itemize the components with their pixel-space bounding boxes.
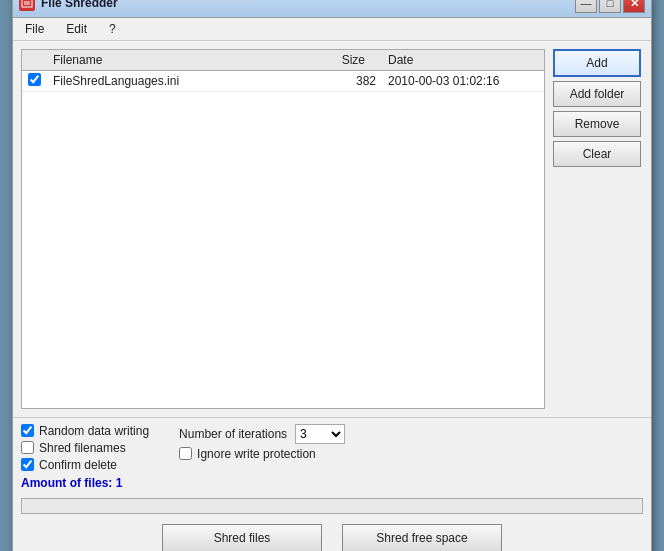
menu-file[interactable]: File <box>19 20 50 38</box>
progress-bar <box>21 498 643 514</box>
ignore-write-protection-row: Ignore write protection <box>179 447 643 461</box>
iterations-label: Number of iterations <box>179 427 287 441</box>
row-date: 2010-00-03 01:02:16 <box>382 70 544 91</box>
random-data-writing-checkbox[interactable] <box>21 424 34 437</box>
clear-button[interactable]: Clear <box>553 141 641 167</box>
amount-label-text: Amount of files: <box>21 476 112 490</box>
remove-button[interactable]: Remove <box>553 111 641 137</box>
shred-filenames-checkbox[interactable] <box>21 441 34 454</box>
shred-filenames-label: Shred filenames <box>39 441 126 455</box>
row-checkbox[interactable] <box>28 73 41 86</box>
title-bar: File Shredder — □ ✕ <box>13 0 651 18</box>
row-filename: FileShredLanguages.ini <box>47 70 336 91</box>
menu-bar: File Edit ? <box>13 18 651 41</box>
col-header-filename: Filename <box>47 50 336 71</box>
iterations-row: Number of iterations 123451025 <box>179 424 643 444</box>
confirm-delete-label: Confirm delete <box>39 458 117 472</box>
minimize-button[interactable]: — <box>575 0 597 13</box>
amount-value: 1 <box>116 476 123 490</box>
ignore-write-protection-checkbox[interactable] <box>179 447 192 460</box>
col-header-check <box>22 50 47 71</box>
random-data-writing-label: Random data writing <box>39 424 149 438</box>
confirm-delete-row: Confirm delete <box>21 458 149 472</box>
options-left: Random data writing Shred filenames Conf… <box>21 424 149 472</box>
options-right: Number of iterations 123451025 Ignore wr… <box>179 424 643 472</box>
add-button[interactable]: Add <box>553 49 641 77</box>
iterations-select[interactable]: 123451025 <box>295 424 345 444</box>
sidebar-buttons: Add Add folder Remove Clear <box>553 49 643 409</box>
ignore-write-protection-label: Ignore write protection <box>197 447 316 461</box>
close-button[interactable]: ✕ <box>623 0 645 13</box>
random-data-writing-row: Random data writing <box>21 424 149 438</box>
file-list-container: Filename Size Date FileShredLanguages.in… <box>21 49 545 409</box>
menu-help[interactable]: ? <box>103 20 122 38</box>
row-size: 382 <box>336 70 382 91</box>
options-area: Random data writing Shred filenames Conf… <box>13 417 651 476</box>
table-row: FileShredLanguages.ini 382 2010-00-03 01… <box>22 70 544 91</box>
app-icon <box>19 0 35 11</box>
bottom-buttons: Shred files Shred free space <box>13 518 651 552</box>
add-folder-button[interactable]: Add folder <box>553 81 641 107</box>
window-controls: — □ ✕ <box>575 0 645 13</box>
shred-files-button[interactable]: Shred files <box>162 524 322 552</box>
row-checkbox-cell <box>22 70 47 91</box>
amount-label: Amount of files: 1 <box>13 476 651 494</box>
shred-free-space-button[interactable]: Shred free space <box>342 524 502 552</box>
shred-filenames-row: Shred filenames <box>21 441 149 455</box>
menu-edit[interactable]: Edit <box>60 20 93 38</box>
content-area: Filename Size Date FileShredLanguages.in… <box>13 41 651 417</box>
main-window: File Shredder — □ ✕ File Edit ? Filename… <box>12 0 652 551</box>
file-table: Filename Size Date FileShredLanguages.in… <box>22 50 544 92</box>
maximize-button[interactable]: □ <box>599 0 621 13</box>
col-header-size: Size <box>336 50 382 71</box>
window-title: File Shredder <box>41 0 575 10</box>
progress-area <box>13 494 651 518</box>
confirm-delete-checkbox[interactable] <box>21 458 34 471</box>
col-header-date: Date <box>382 50 544 71</box>
